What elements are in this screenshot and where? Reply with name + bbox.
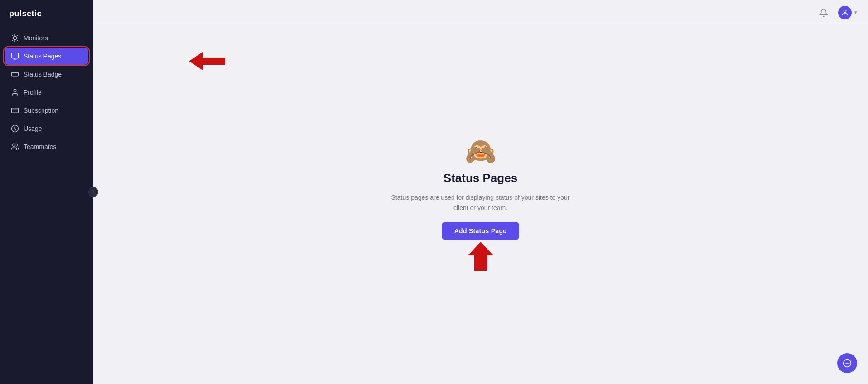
monitor-icon — [11, 34, 19, 42]
annotation-arrow-up — [467, 242, 494, 271]
svg-point-0 — [13, 36, 17, 40]
avatar — [838, 6, 852, 19]
header: ▾ — [93, 0, 868, 25]
main-content: ▾ 🙈 Status Pages Status pages are used f… — [93, 0, 868, 384]
svg-point-8 — [844, 10, 846, 12]
sidebar-item-teammates-label: Teammates — [24, 143, 56, 150]
svg-rect-4 — [12, 108, 19, 113]
main-wrapper: ▾ 🙈 Status Pages Status pages are used f… — [93, 0, 868, 384]
content-area: 🙈 Status Pages Status pages are used for… — [93, 25, 868, 384]
empty-state-description: Status pages are used for displaying sta… — [390, 192, 571, 213]
status-pages-icon — [11, 52, 19, 60]
notifications-button[interactable] — [816, 5, 831, 20]
sidebar-item-profile-label: Profile — [24, 89, 42, 96]
svg-point-6 — [13, 144, 15, 146]
support-fab-button[interactable] — [837, 353, 857, 373]
empty-state-emoji: 🙈 — [465, 139, 497, 164]
profile-icon — [11, 88, 19, 96]
sidebar-item-subscription-label: Subscription — [24, 107, 58, 114]
sidebar-item-status-pages[interactable]: Status Pages — [5, 48, 88, 65]
sidebar-item-status-badge[interactable]: Status Badge — [5, 66, 88, 83]
sidebar-item-teammates[interactable]: Teammates — [5, 138, 88, 155]
svg-rect-1 — [12, 53, 19, 58]
teammates-icon — [11, 143, 19, 151]
sidebar-item-usage[interactable]: Usage — [5, 120, 88, 137]
avatar-chevron-icon: ▾ — [854, 10, 857, 15]
sidebar-item-status-pages-label: Status Pages — [24, 53, 61, 60]
subscription-icon — [11, 106, 19, 115]
sidebar: pulsetic Monitors Status Pages Status Ba… — [0, 0, 93, 384]
empty-state: 🙈 Status Pages Status pages are used for… — [390, 139, 571, 271]
sidebar-item-status-badge-label: Status Badge — [24, 71, 62, 78]
svg-point-3 — [14, 89, 16, 92]
svg-marker-9 — [468, 242, 493, 271]
app-logo: pulsetic — [0, 0, 93, 29]
sidebar-item-monitors[interactable]: Monitors — [5, 29, 88, 47]
sidebar-nav: Monitors Status Pages Status Badge Profi… — [0, 29, 93, 384]
sidebar-item-monitors-label: Monitors — [24, 34, 48, 42]
status-badge-icon — [11, 70, 19, 78]
usage-icon — [11, 125, 19, 133]
sidebar-item-usage-label: Usage — [24, 125, 42, 132]
sidebar-item-profile[interactable]: Profile — [5, 84, 88, 101]
sidebar-item-subscription[interactable]: Subscription — [5, 102, 88, 119]
empty-state-title: Status Pages — [444, 171, 517, 185]
add-status-page-button[interactable]: Add Status Page — [442, 222, 520, 240]
collapse-sidebar-button[interactable]: ‹ — [88, 187, 98, 197]
svg-rect-2 — [12, 72, 19, 76]
user-menu-button[interactable]: ▾ — [838, 6, 857, 19]
